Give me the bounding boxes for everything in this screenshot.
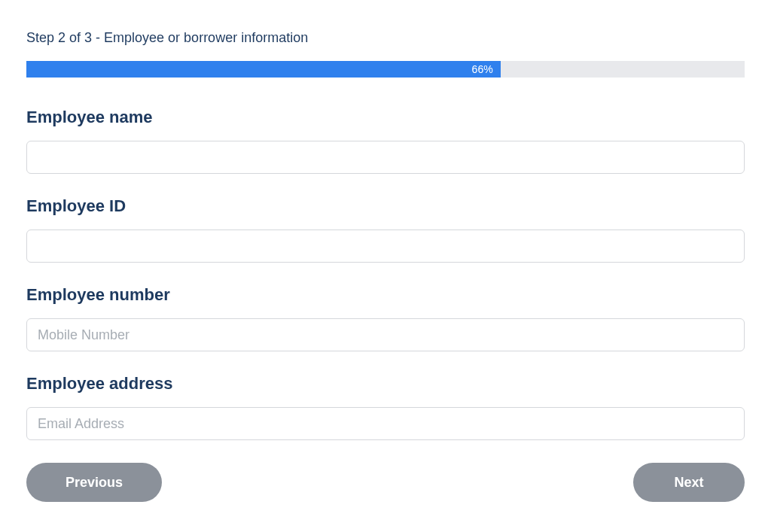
field-employee-name: Employee name: [26, 108, 745, 174]
next-button[interactable]: Next: [633, 463, 745, 502]
employee-number-input[interactable]: [26, 318, 745, 351]
progress-bar: 66%: [26, 61, 745, 78]
previous-button[interactable]: Previous: [26, 463, 162, 502]
employee-id-label: Employee ID: [26, 196, 745, 216]
field-employee-id: Employee ID: [26, 196, 745, 263]
employee-name-label: Employee name: [26, 108, 745, 127]
employee-address-input[interactable]: [26, 407, 745, 440]
progress-fill: 66%: [26, 61, 501, 78]
employee-id-input[interactable]: [26, 230, 745, 263]
field-employee-number: Employee number: [26, 285, 745, 351]
employee-name-input[interactable]: [26, 141, 745, 174]
employee-address-label: Employee address: [26, 374, 745, 394]
field-employee-address: Employee address: [26, 374, 745, 440]
step-label: Step 2 of 3 - Employee or borrower infor…: [26, 30, 745, 46]
progress-percent: 66%: [472, 63, 493, 75]
employee-number-label: Employee number: [26, 285, 745, 305]
button-row: Previous Next: [26, 463, 745, 502]
